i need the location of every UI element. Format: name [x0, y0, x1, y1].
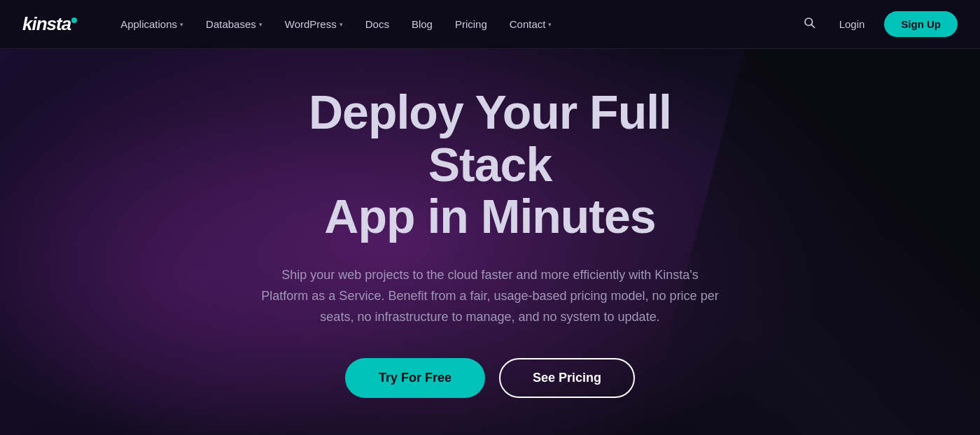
nav-item-databases[interactable]: Databases ▾ — [196, 13, 272, 36]
hero-content: Deploy Your Full Stack App in Minutes Sh… — [217, 86, 763, 398]
chevron-down-icon: ▾ — [180, 21, 183, 28]
nav-item-docs[interactable]: Docs — [356, 13, 399, 36]
signup-button[interactable]: Sign Up — [884, 11, 958, 37]
svg-line-1 — [811, 24, 814, 27]
hero-subtitle: Ship your web projects to the cloud fast… — [259, 265, 721, 327]
nav-item-contact[interactable]: Contact ▾ — [500, 13, 562, 36]
hero-section: Deploy Your Full Stack App in Minutes Sh… — [0, 49, 980, 435]
chevron-down-icon: ▾ — [340, 21, 343, 28]
chevron-down-icon: ▾ — [548, 21, 552, 28]
logo[interactable]: kinsta — [22, 13, 77, 35]
search-icon[interactable] — [799, 12, 820, 36]
nav-item-applications[interactable]: Applications ▾ — [111, 13, 193, 36]
logo-text: kinsta — [22, 13, 77, 35]
nav-right: Login Sign Up — [799, 11, 958, 37]
try-for-free-button[interactable]: Try For Free — [345, 358, 485, 398]
hero-title: Deploy Your Full Stack App in Minutes — [245, 86, 735, 243]
nav-item-wordpress[interactable]: WordPress ▾ — [275, 13, 353, 36]
login-button[interactable]: Login — [831, 13, 874, 36]
navigation: kinsta Applications ▾ Databases ▾ WordPr… — [0, 0, 980, 49]
see-pricing-button[interactable]: See Pricing — [499, 358, 635, 398]
chevron-down-icon: ▾ — [259, 21, 262, 28]
nav-item-blog[interactable]: Blog — [402, 13, 442, 36]
nav-links: Applications ▾ Databases ▾ WordPress ▾ D… — [111, 13, 798, 36]
hero-buttons: Try For Free See Pricing — [245, 358, 735, 398]
nav-item-pricing[interactable]: Pricing — [445, 13, 497, 36]
